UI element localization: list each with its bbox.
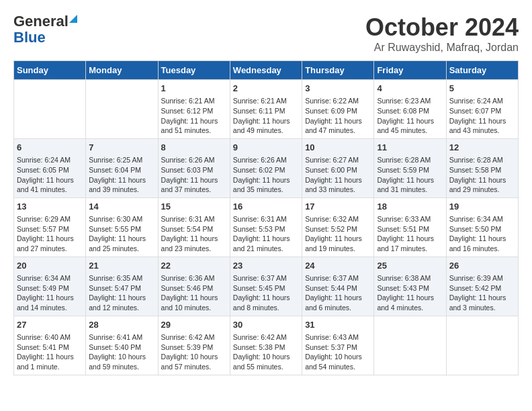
day-info: Sunrise: 6:41 AM Sunset: 5:40 PM Dayligh…	[89, 332, 154, 372]
day-info: Sunrise: 6:24 AM Sunset: 6:05 PM Dayligh…	[17, 155, 83, 195]
table-row: 30Sunrise: 6:42 AM Sunset: 5:38 PM Dayli…	[230, 316, 302, 375]
table-row: 14Sunrise: 6:30 AM Sunset: 5:55 PM Dayli…	[86, 197, 158, 257]
table-row: 21Sunrise: 6:35 AM Sunset: 5:47 PM Dayli…	[86, 257, 158, 316]
table-row: 12Sunrise: 6:28 AM Sunset: 5:58 PM Dayli…	[446, 138, 518, 197]
col-thursday: Thursday	[302, 61, 374, 80]
day-number: 25	[377, 260, 443, 272]
table-row: 4Sunrise: 6:23 AM Sunset: 6:08 PM Daylig…	[374, 80, 446, 139]
table-row: 26Sunrise: 6:39 AM Sunset: 5:42 PM Dayli…	[446, 257, 518, 316]
day-number: 21	[89, 260, 154, 272]
table-row: 11Sunrise: 6:28 AM Sunset: 5:59 PM Dayli…	[374, 138, 446, 197]
day-number: 13	[17, 201, 83, 213]
day-number: 2	[233, 83, 299, 95]
day-number: 1	[161, 83, 227, 95]
day-info: Sunrise: 6:42 AM Sunset: 5:39 PM Dayligh…	[161, 332, 227, 372]
day-number: 27	[17, 319, 83, 331]
day-number: 24	[305, 260, 371, 272]
table-row: 6Sunrise: 6:24 AM Sunset: 6:05 PM Daylig…	[14, 138, 86, 197]
day-info: Sunrise: 6:21 AM Sunset: 6:11 PM Dayligh…	[233, 96, 299, 136]
day-number: 29	[161, 319, 227, 331]
day-info: Sunrise: 6:25 AM Sunset: 6:04 PM Dayligh…	[89, 155, 154, 195]
table-row: 29Sunrise: 6:42 AM Sunset: 5:39 PM Dayli…	[158, 316, 230, 375]
day-info: Sunrise: 6:23 AM Sunset: 6:08 PM Dayligh…	[377, 96, 443, 136]
table-row: 28Sunrise: 6:41 AM Sunset: 5:40 PM Dayli…	[86, 316, 158, 375]
table-row	[86, 80, 158, 139]
day-info: Sunrise: 6:36 AM Sunset: 5:46 PM Dayligh…	[161, 273, 227, 313]
table-row: 25Sunrise: 6:38 AM Sunset: 5:43 PM Dayli…	[374, 257, 446, 316]
table-row: 2Sunrise: 6:21 AM Sunset: 6:11 PM Daylig…	[230, 80, 302, 139]
table-row: 17Sunrise: 6:32 AM Sunset: 5:52 PM Dayli…	[302, 197, 374, 257]
table-row: 31Sunrise: 6:43 AM Sunset: 5:37 PM Dayli…	[302, 316, 374, 375]
day-number: 3	[305, 83, 371, 95]
col-friday: Friday	[374, 61, 446, 80]
col-sunday: Sunday	[14, 61, 86, 80]
day-number: 23	[233, 260, 299, 272]
day-info: Sunrise: 6:24 AM Sunset: 6:07 PM Dayligh…	[449, 96, 515, 136]
day-number: 17	[305, 201, 371, 213]
logo-text: General	[13, 13, 77, 30]
day-info: Sunrise: 6:31 AM Sunset: 5:53 PM Dayligh…	[233, 214, 299, 254]
day-info: Sunrise: 6:28 AM Sunset: 5:58 PM Dayligh…	[449, 155, 515, 195]
day-number: 7	[89, 142, 154, 154]
day-info: Sunrise: 6:34 AM Sunset: 5:50 PM Dayligh…	[449, 214, 515, 254]
col-saturday: Saturday	[446, 61, 518, 80]
table-row: 19Sunrise: 6:34 AM Sunset: 5:50 PM Dayli…	[446, 197, 518, 257]
table-row: 8Sunrise: 6:26 AM Sunset: 6:03 PM Daylig…	[158, 138, 230, 197]
page-header: General Blue October 2024 Ar Ruwayshid, …	[13, 13, 519, 54]
table-row	[446, 316, 518, 375]
table-row: 5Sunrise: 6:24 AM Sunset: 6:07 PM Daylig…	[446, 80, 518, 139]
day-number: 8	[161, 142, 227, 154]
table-row	[14, 80, 86, 139]
day-number: 5	[449, 83, 515, 95]
day-number: 14	[89, 201, 154, 213]
day-info: Sunrise: 6:21 AM Sunset: 6:12 PM Dayligh…	[161, 96, 227, 136]
day-number: 31	[305, 319, 371, 331]
table-row: 18Sunrise: 6:33 AM Sunset: 5:51 PM Dayli…	[374, 197, 446, 257]
day-info: Sunrise: 6:42 AM Sunset: 5:38 PM Dayligh…	[233, 332, 299, 372]
day-number: 11	[377, 142, 443, 154]
calendar-week-row: 13Sunrise: 6:29 AM Sunset: 5:57 PM Dayli…	[14, 197, 519, 257]
day-info: Sunrise: 6:37 AM Sunset: 5:44 PM Dayligh…	[305, 273, 371, 313]
day-info: Sunrise: 6:26 AM Sunset: 6:02 PM Dayligh…	[233, 155, 299, 195]
day-info: Sunrise: 6:30 AM Sunset: 5:55 PM Dayligh…	[89, 214, 154, 254]
table-row: 23Sunrise: 6:37 AM Sunset: 5:45 PM Dayli…	[230, 257, 302, 316]
table-row: 3Sunrise: 6:22 AM Sunset: 6:09 PM Daylig…	[302, 80, 374, 139]
logo-blue: Blue	[13, 29, 46, 46]
table-row: 10Sunrise: 6:27 AM Sunset: 6:00 PM Dayli…	[302, 138, 374, 197]
day-number: 26	[449, 260, 515, 272]
day-info: Sunrise: 6:38 AM Sunset: 5:43 PM Dayligh…	[377, 273, 443, 313]
day-number: 19	[449, 201, 515, 213]
day-info: Sunrise: 6:35 AM Sunset: 5:47 PM Dayligh…	[89, 273, 154, 313]
day-number: 4	[377, 83, 443, 95]
table-row: 24Sunrise: 6:37 AM Sunset: 5:44 PM Dayli…	[302, 257, 374, 316]
day-info: Sunrise: 6:32 AM Sunset: 5:52 PM Dayligh…	[305, 214, 371, 254]
day-number: 16	[233, 201, 299, 213]
calendar-week-row: 6Sunrise: 6:24 AM Sunset: 6:05 PM Daylig…	[14, 138, 519, 197]
day-number: 28	[89, 319, 154, 331]
day-info: Sunrise: 6:34 AM Sunset: 5:49 PM Dayligh…	[17, 273, 83, 313]
col-monday: Monday	[86, 61, 158, 80]
location: Ar Ruwayshid, Mafraq, Jordan	[365, 42, 519, 54]
day-number: 30	[233, 319, 299, 331]
day-info: Sunrise: 6:43 AM Sunset: 5:37 PM Dayligh…	[305, 332, 371, 372]
day-number: 15	[161, 201, 227, 213]
day-info: Sunrise: 6:26 AM Sunset: 6:03 PM Dayligh…	[161, 155, 227, 195]
table-row: 7Sunrise: 6:25 AM Sunset: 6:04 PM Daylig…	[86, 138, 158, 197]
day-info: Sunrise: 6:28 AM Sunset: 5:59 PM Dayligh…	[377, 155, 443, 195]
table-row: 13Sunrise: 6:29 AM Sunset: 5:57 PM Dayli…	[14, 197, 86, 257]
table-row: 22Sunrise: 6:36 AM Sunset: 5:46 PM Dayli…	[158, 257, 230, 316]
table-row: 15Sunrise: 6:31 AM Sunset: 5:54 PM Dayli…	[158, 197, 230, 257]
month-title: October 2024	[365, 13, 519, 42]
day-number: 12	[449, 142, 515, 154]
day-info: Sunrise: 6:29 AM Sunset: 5:57 PM Dayligh…	[17, 214, 83, 254]
col-wednesday: Wednesday	[230, 61, 302, 80]
day-info: Sunrise: 6:37 AM Sunset: 5:45 PM Dayligh…	[233, 273, 299, 313]
col-tuesday: Tuesday	[158, 61, 230, 80]
day-info: Sunrise: 6:40 AM Sunset: 5:41 PM Dayligh…	[17, 332, 83, 372]
table-row: 20Sunrise: 6:34 AM Sunset: 5:49 PM Dayli…	[14, 257, 86, 316]
table-row	[374, 316, 446, 375]
calendar-week-row: 1Sunrise: 6:21 AM Sunset: 6:12 PM Daylig…	[14, 80, 519, 139]
day-number: 22	[161, 260, 227, 272]
table-row: 16Sunrise: 6:31 AM Sunset: 5:53 PM Dayli…	[230, 197, 302, 257]
day-number: 10	[305, 142, 371, 154]
